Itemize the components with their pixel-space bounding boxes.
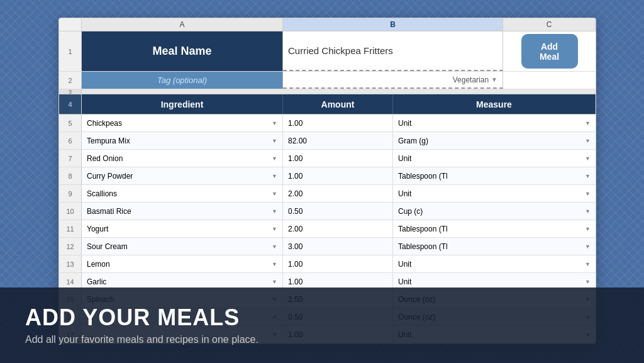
col-header-row: A B C — [59, 18, 596, 31]
row-num-5: 5 — [59, 114, 82, 131]
ingredient-name: Scallions — [87, 189, 117, 198]
ingredient-dropdown-arrow[interactable]: ▼ — [272, 226, 277, 232]
ingredient-name: Garlic — [87, 277, 106, 286]
measure-value: Tablespoon (Tl — [398, 225, 448, 233]
measure-cell[interactable]: Cup (c) ▼ — [393, 203, 596, 220]
ingredient-dropdown-arrow[interactable]: ▼ — [272, 191, 277, 197]
table-row: 6 Tempura Mix ▼ 82.00 Gram (g) ▼ — [59, 132, 596, 150]
ingredient-dropdown-arrow[interactable]: ▼ — [272, 138, 277, 144]
ingredient-dropdown-arrow[interactable]: ▼ — [272, 261, 277, 267]
col-header-b: B — [283, 18, 503, 31]
ingredient-dropdown-arrow[interactable]: ▼ — [272, 155, 277, 162]
measure-value: Unit — [398, 119, 411, 128]
amount-cell[interactable]: 2.00 — [283, 220, 393, 237]
amount-cell[interactable]: 1.00 — [283, 255, 393, 272]
amount-cell[interactable]: 1.00 — [283, 150, 393, 167]
ingredient-cell[interactable]: Lemon ▼ — [82, 255, 283, 272]
measure-dropdown-arrow[interactable]: ▼ — [585, 191, 591, 197]
row-num-11: 11 — [59, 220, 82, 237]
tag-dropdown-arrow[interactable]: ▼ — [491, 76, 497, 83]
table-row: 11 Yogurt ▼ 2.00 Tablespoon (Tl ▼ — [59, 220, 596, 238]
amount-cell[interactable]: 0.50 — [283, 203, 393, 220]
col-measure-header: Measure — [393, 94, 596, 114]
measure-dropdown-arrow[interactable]: ▼ — [585, 138, 591, 144]
measure-cell[interactable]: Unit ▼ — [393, 255, 596, 272]
measure-cell[interactable]: Unit ▼ — [393, 185, 596, 202]
tag-label: Tag (optional) — [82, 72, 283, 89]
ingredient-cell[interactable]: Tempura Mix ▼ — [82, 132, 283, 149]
table-row: 13 Lemon ▼ 1.00 Unit ▼ — [59, 255, 596, 273]
ingredient-name: Lemon — [87, 260, 110, 269]
measure-dropdown-arrow[interactable]: ▼ — [585, 279, 591, 285]
ingredient-dropdown-arrow[interactable]: ▼ — [272, 279, 277, 285]
ingredient-cell[interactable]: Scallions ▼ — [82, 185, 283, 202]
overlay-title: ADD YOUR MEALS — [25, 305, 619, 330]
ingredient-cell[interactable]: Red Onion ▼ — [82, 150, 283, 167]
amount-cell[interactable]: 2.00 — [283, 185, 393, 202]
measure-cell[interactable]: Tablespoon (Tl ▼ — [393, 167, 596, 184]
meal-name-value[interactable]: Curried Chickpea Fritters — [283, 31, 503, 71]
row-3-spacer: 3 — [59, 89, 596, 94]
measure-value: Unit — [398, 277, 411, 286]
measure-dropdown-arrow[interactable]: ▼ — [585, 208, 591, 215]
amount-cell[interactable]: 1.00 — [283, 167, 393, 184]
bottom-overlay: ADD YOUR MEALS Add all your favorite mea… — [0, 288, 644, 363]
table-row: 8 Curry Powder ▼ 1.00 Tablespoon (Tl ▼ — [59, 167, 596, 185]
ingredient-cell[interactable]: Yogurt ▼ — [82, 220, 283, 237]
measure-value: Unit — [398, 154, 411, 163]
ingredient-dropdown-arrow[interactable]: ▼ — [272, 208, 277, 215]
measure-dropdown-arrow[interactable]: ▼ — [585, 155, 591, 162]
ingredient-cell[interactable]: Basmati Rice ▼ — [82, 203, 283, 220]
ingredient-name: Curry Powder — [87, 172, 133, 181]
ingredient-dropdown-arrow[interactable]: ▼ — [272, 243, 277, 250]
ingredient-cell[interactable]: Sour Cream ▼ — [82, 238, 283, 255]
measure-cell[interactable]: Unit ▼ — [393, 150, 596, 167]
row-num-13: 13 — [59, 255, 82, 272]
table-row: 9 Scallions ▼ 2.00 Unit ▼ — [59, 185, 596, 203]
measure-dropdown-arrow[interactable]: ▼ — [585, 226, 591, 232]
measure-value: Tablespoon (Tl — [398, 172, 448, 181]
measure-cell[interactable]: Tablespoon (Tl ▼ — [393, 238, 596, 255]
measure-cell[interactable]: Unit ▼ — [393, 114, 596, 131]
table-row: 5 Chickpeas ▼ 1.00 Unit ▼ — [59, 114, 596, 132]
row-num-9: 9 — [59, 185, 82, 202]
measure-dropdown-arrow[interactable]: ▼ — [585, 120, 591, 126]
measure-value: Unit — [398, 260, 411, 269]
measure-cell[interactable]: Tablespoon (Tl ▼ — [393, 220, 596, 237]
table-row: 12 Sour Cream ▼ 3.00 Tablespoon (Tl ▼ — [59, 238, 596, 255]
add-meal-button[interactable]: Add Meal — [521, 34, 578, 69]
overlay-subtitle: Add all your favorite meals and recipes … — [25, 334, 619, 345]
measure-dropdown-arrow[interactable]: ▼ — [585, 261, 591, 267]
col-ingredient-header: Ingredient — [82, 94, 283, 114]
amount-cell[interactable]: 1.00 — [283, 114, 393, 131]
amount-cell[interactable]: 3.00 — [283, 238, 393, 255]
measure-value: Gram (g) — [398, 137, 428, 145]
ingredient-cell[interactable]: Chickpeas ▼ — [82, 114, 283, 131]
ingredient-dropdown-arrow[interactable]: ▼ — [272, 120, 277, 126]
measure-dropdown-arrow[interactable]: ▼ — [585, 243, 591, 250]
measure-value: Tablespoon (Tl — [398, 242, 448, 251]
table-row: 10 Basmati Rice ▼ 0.50 Cup (c) ▼ — [59, 203, 596, 220]
row-2: 2 Tag (optional) Vegetarian ▼ — [59, 72, 596, 89]
spacer-fill — [82, 89, 596, 94]
ingredient-name: Sour Cream — [87, 242, 128, 251]
add-meal-btn-cell: Add Meal — [503, 31, 596, 71]
col-header-a: A — [82, 18, 283, 31]
row-1: 1 Meal Name Curried Chickpea Fritters Ad… — [59, 31, 596, 72]
ingredient-name: Red Onion — [87, 154, 123, 163]
col-header-c: C — [503, 18, 596, 31]
measure-cell[interactable]: Gram (g) ▼ — [393, 132, 596, 149]
row-num-3: 3 — [59, 89, 82, 94]
meal-name-label: Meal Name — [82, 31, 283, 71]
row-num-6: 6 — [59, 132, 82, 149]
row-num-7: 7 — [59, 150, 82, 167]
ingredient-dropdown-arrow[interactable]: ▼ — [272, 173, 277, 179]
tag-value[interactable]: Vegetarian ▼ — [283, 72, 503, 89]
row-num-10: 10 — [59, 203, 82, 220]
ingredient-cell[interactable]: Curry Powder ▼ — [82, 167, 283, 184]
measure-dropdown-arrow[interactable]: ▼ — [585, 173, 591, 179]
row2-empty — [503, 72, 596, 89]
measure-value: Unit — [398, 189, 411, 198]
col-amount-header: Amount — [283, 94, 393, 114]
amount-cell[interactable]: 82.00 — [283, 132, 393, 149]
